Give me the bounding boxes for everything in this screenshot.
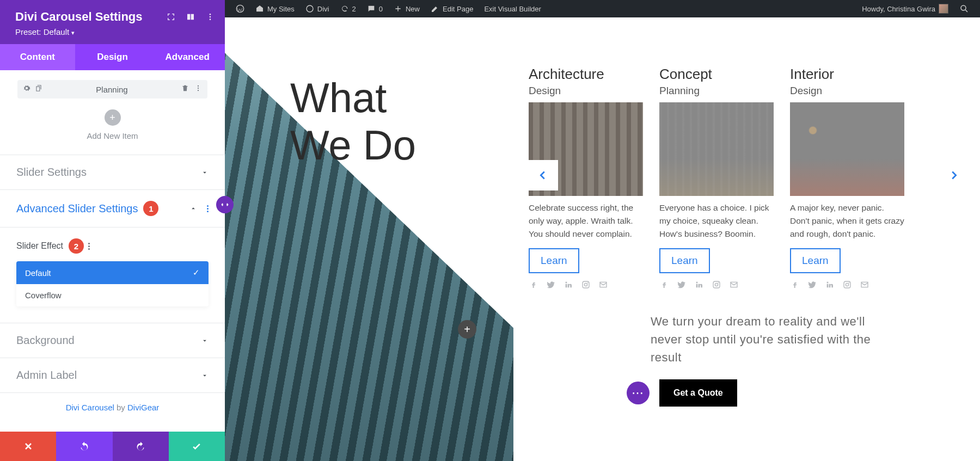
sidebar-header: Divi Carousel Settings Preset: Default bbox=[0, 0, 225, 44]
carousel-item-row[interactable]: Planning bbox=[17, 80, 207, 99]
linkedin-icon[interactable] bbox=[564, 280, 573, 290]
option-coverflow[interactable]: Coverflow bbox=[16, 284, 209, 306]
card-interior: Interior Design A major key, never panic… bbox=[790, 66, 904, 290]
card-text: Everyone has a choice. I pick my choice,… bbox=[659, 201, 774, 241]
credits: Divi Carousel by DiviGear bbox=[0, 392, 225, 422]
learn-button[interactable]: Learn bbox=[529, 248, 579, 273]
card-image bbox=[659, 102, 774, 196]
annotation-badge-1: 1 bbox=[143, 201, 158, 216]
svg-point-1 bbox=[210, 16, 211, 18]
new-content[interactable]: New bbox=[388, 4, 425, 13]
email-icon[interactable] bbox=[729, 280, 739, 290]
twitter-icon[interactable] bbox=[807, 280, 817, 290]
svg-point-17 bbox=[849, 282, 850, 284]
columns-icon[interactable] bbox=[186, 12, 195, 22]
carousel-prev[interactable] bbox=[528, 160, 558, 190]
cancel-button[interactable] bbox=[0, 432, 56, 461]
annotation-badge-2: 2 bbox=[69, 238, 84, 254]
svg-rect-12 bbox=[713, 281, 720, 288]
svg-point-2 bbox=[210, 19, 211, 20]
howdy-user[interactable]: Howdy, Christina Gwira bbox=[856, 4, 954, 14]
option-default[interactable]: Default ✓ bbox=[16, 261, 209, 284]
site-name[interactable]: Divi bbox=[300, 4, 335, 13]
twitter-icon[interactable] bbox=[546, 280, 556, 290]
chevron-down-icon bbox=[201, 169, 209, 176]
svg-point-13 bbox=[715, 283, 718, 286]
email-icon[interactable] bbox=[860, 280, 869, 290]
instagram-icon[interactable] bbox=[712, 280, 721, 290]
search-icon[interactable] bbox=[954, 4, 975, 14]
avatar bbox=[939, 4, 948, 14]
save-button[interactable] bbox=[169, 432, 225, 461]
learn-button[interactable]: Learn bbox=[790, 248, 841, 273]
svg-point-11 bbox=[587, 282, 589, 284]
undo-button[interactable] bbox=[56, 432, 112, 461]
slider-effect-label: Slider Effect bbox=[16, 241, 63, 251]
add-section-fab[interactable]: + bbox=[458, 320, 476, 339]
trash-icon[interactable] bbox=[181, 84, 189, 94]
card-subtitle: Planning bbox=[659, 85, 774, 97]
instagram-icon[interactable] bbox=[842, 280, 852, 290]
get-quote-button[interactable]: Get a Quote bbox=[659, 379, 737, 407]
email-icon[interactable] bbox=[598, 280, 608, 290]
sidebar-tabs: Content Design Advanced bbox=[0, 44, 225, 70]
builder-fab[interactable]: ⋯ bbox=[627, 382, 650, 404]
main-area: My Sites Divi 2 0 New Edit Page Exit Vis… bbox=[225, 0, 980, 461]
svg-point-10 bbox=[584, 283, 587, 286]
svg-point-0 bbox=[210, 14, 211, 15]
edit-page[interactable]: Edit Page bbox=[425, 4, 479, 13]
tab-advanced[interactable]: Advanced bbox=[150, 44, 225, 70]
carousel: Architecture Design Celebrate success ri… bbox=[529, 66, 980, 290]
redo-button[interactable] bbox=[113, 432, 169, 461]
facebook-icon[interactable] bbox=[790, 280, 800, 290]
card-subtitle: Design bbox=[790, 85, 904, 97]
my-sites[interactable]: My Sites bbox=[250, 4, 300, 13]
svg-point-3 bbox=[198, 85, 199, 87]
facebook-icon[interactable] bbox=[659, 280, 669, 290]
svg-point-5 bbox=[198, 90, 199, 91]
sidebar-footer bbox=[0, 432, 225, 461]
more-icon[interactable] bbox=[205, 12, 215, 22]
wp-logo[interactable] bbox=[230, 4, 250, 13]
card-title: Concept bbox=[659, 66, 774, 83]
more-icon[interactable] bbox=[194, 84, 202, 94]
carousel-next[interactable] bbox=[939, 160, 969, 190]
product-link[interactable]: Divi Carousel bbox=[66, 403, 114, 412]
more-icon[interactable] bbox=[88, 243, 90, 250]
svg-point-14 bbox=[718, 282, 719, 284]
tab-content[interactable]: Content bbox=[0, 44, 75, 70]
updates[interactable]: 2 bbox=[335, 4, 362, 13]
slider-effect-dropdown: Default ✓ Coverflow bbox=[16, 261, 209, 306]
twitter-icon[interactable] bbox=[677, 280, 687, 290]
instagram-icon[interactable] bbox=[581, 280, 591, 290]
learn-button[interactable]: Learn bbox=[659, 248, 710, 273]
facebook-icon[interactable] bbox=[529, 280, 538, 290]
preset-selector[interactable]: Preset: Default bbox=[15, 27, 210, 36]
page-content: Architecture Design Celebrate success ri… bbox=[513, 17, 980, 461]
duplicate-icon[interactable] bbox=[35, 84, 42, 94]
section-advanced-slider[interactable]: Advanced Slider Settings 1 bbox=[0, 189, 225, 227]
svg-rect-15 bbox=[844, 281, 850, 288]
section-admin-label[interactable]: Admin Label bbox=[0, 358, 225, 392]
social-row bbox=[790, 280, 904, 290]
card-title: Interior bbox=[790, 66, 904, 83]
card-text: Celebrate success right, the only way, a… bbox=[529, 201, 643, 241]
svg-point-8 bbox=[961, 5, 966, 10]
comments[interactable]: 0 bbox=[362, 4, 388, 13]
card-title: Architecture bbox=[529, 66, 643, 83]
linkedin-icon[interactable] bbox=[825, 280, 835, 290]
expand-icon[interactable] bbox=[166, 12, 176, 22]
wp-admin-bar: My Sites Divi 2 0 New Edit Page Exit Vis… bbox=[225, 0, 980, 17]
linkedin-icon[interactable] bbox=[694, 280, 704, 290]
tab-design[interactable]: Design bbox=[75, 44, 150, 70]
hero-title: What We Do bbox=[290, 74, 416, 169]
add-item-button[interactable]: + bbox=[105, 109, 121, 126]
resize-handle[interactable] bbox=[216, 196, 234, 213]
gear-icon[interactable] bbox=[23, 84, 30, 94]
more-icon[interactable] bbox=[207, 205, 209, 212]
author-link[interactable]: DiviGear bbox=[127, 403, 159, 412]
section-background[interactable]: Background bbox=[0, 323, 225, 358]
exit-visual-builder[interactable]: Exit Visual Builder bbox=[479, 5, 547, 13]
item-label: Planning bbox=[42, 85, 181, 94]
section-slider-settings[interactable]: Slider Settings bbox=[0, 155, 225, 189]
